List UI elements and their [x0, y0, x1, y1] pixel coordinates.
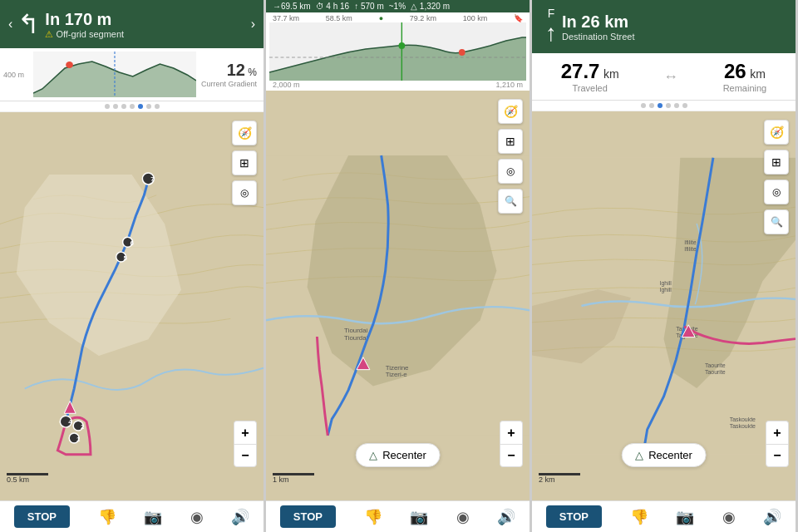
- header-text: In 170 m ⚠ Off-grid segment: [45, 9, 250, 40]
- map-svg-3: Ifilite Ifilite Ighill Ighill Tagenite T…: [532, 111, 796, 500]
- scale-bar-2: 1 km: [273, 473, 314, 484]
- stat-gradient: ~1%: [389, 2, 406, 11]
- chart-y-labels: 2,000 m 1,210 m: [269, 81, 526, 91]
- label-0km: 37.7 km: [273, 14, 299, 22]
- svg-text:6: 6: [131, 239, 135, 247]
- camera-btn-3[interactable]: 📷: [676, 508, 694, 526]
- nav-subtitle: ⚠ Off-grid segment: [45, 29, 250, 40]
- stat-elev-up: ↑ 570 m: [354, 2, 384, 11]
- radar-btn-1[interactable]: ◉: [190, 508, 204, 526]
- hide-btn-1[interactable]: ◎: [232, 180, 257, 205]
- nav-distance: In 170 m: [45, 9, 250, 29]
- dot3-1: [641, 103, 646, 108]
- dot-4: [130, 104, 135, 109]
- radar-btn-2[interactable]: ◉: [456, 508, 470, 526]
- next-arrow[interactable]: ›: [251, 17, 255, 31]
- svg-text:Ighill: Ighill: [660, 280, 672, 287]
- recenter-btn-3[interactable]: △ Recenter: [621, 443, 707, 467]
- stats-header-2: →69.5 km ⏱ 4 h 16 ↑ 570 m ~1% △ 1,320 m: [266, 0, 530, 12]
- thumb-down-btn-2[interactable]: 👎: [364, 508, 382, 526]
- dot-2: [113, 104, 118, 109]
- svg-text:Tiourdai: Tiourdai: [344, 327, 368, 334]
- zoom-in-btn-3[interactable]: +: [766, 421, 789, 444]
- elevation-chart: [33, 52, 196, 97]
- layers-btn-1[interactable]: ⊞: [232, 150, 257, 175]
- distance-panel-3: 27.7 km Traveled ↔ 26 km Remaining: [532, 53, 796, 101]
- page-dots-3: [532, 101, 796, 111]
- stop-button-2[interactable]: STOP: [280, 505, 336, 528]
- search-btn-2[interactable]: 🔍: [498, 189, 523, 214]
- compass-btn-2[interactable]: 🧭: [498, 99, 523, 124]
- hide-btn-3[interactable]: ◎: [764, 180, 789, 204]
- compass-btn-1[interactable]: 🧭: [232, 121, 257, 145]
- map-controls-1: 🧭 ⊞ ◎: [232, 121, 257, 205]
- label-100km: 100 km: [463, 14, 488, 22]
- zoom-in-btn-2[interactable]: +: [500, 421, 523, 444]
- stop-button-1[interactable]: STOP: [14, 505, 70, 528]
- thumb-down-btn-1[interactable]: 👎: [98, 508, 116, 526]
- scale-bar-1: 0.5 km: [7, 473, 48, 484]
- scale-text-2: 1 km: [273, 475, 289, 484]
- gradient-value: 12: [227, 61, 245, 79]
- zoom-out-btn-1[interactable]: −: [234, 444, 257, 467]
- svg-text:Tiourdai: Tiourdai: [344, 334, 368, 342]
- warning-icon: ⚠: [45, 29, 56, 39]
- compass-btn-3[interactable]: 🧭: [764, 120, 789, 145]
- sound-btn-2[interactable]: 🔊: [497, 508, 515, 526]
- layers-btn-3[interactable]: ⊞: [764, 150, 789, 175]
- scale-text-3: 2 km: [539, 475, 555, 484]
- zoom-controls-1: + −: [234, 421, 257, 467]
- thumb-down-btn-3[interactable]: 👎: [630, 508, 648, 526]
- radar-btn-3[interactable]: ◉: [722, 508, 736, 526]
- bottom-bar-1: STOP 👎 📷 ◉ 🔊: [0, 500, 264, 532]
- layers-btn-2[interactable]: ⊞: [498, 129, 523, 154]
- elevation-info: 12 % Current Gradient: [201, 61, 260, 88]
- zoom-controls-2: + −: [500, 421, 523, 467]
- dot3-4: [666, 103, 671, 108]
- stop-button-3[interactable]: STOP: [546, 505, 602, 528]
- map-svg-2: Tiourdai Tiourdai Tizerine Tizeri-e: [266, 91, 530, 500]
- panel-navigation: ‹ ↰ In 170 m ⚠ Off-grid segment › 400 m: [0, 0, 266, 532]
- dot-7: [155, 104, 160, 109]
- prev-arrow[interactable]: ‹: [8, 17, 12, 31]
- hide-btn-2[interactable]: ◎: [498, 159, 523, 184]
- chart-x-labels: 37.7 km 58.5 km ● 79.2 km 100 km 🔖: [269, 14, 526, 22]
- svg-text:7: 7: [150, 175, 155, 183]
- map-svg-1: 4 7 6 5 1 2: [0, 112, 264, 500]
- main-chart-2: [269, 22, 526, 81]
- recenter-icon-2: △: [369, 449, 377, 461]
- scale-bar-3: 2 km: [539, 473, 580, 484]
- straight-icon: F ↑: [545, 7, 557, 47]
- zoom-out-btn-2[interactable]: −: [500, 444, 523, 467]
- recenter-btn-2[interactable]: △ Recenter: [355, 443, 441, 467]
- nav-header: ‹ ↰ In 170 m ⚠ Off-grid segment ›: [0, 0, 264, 48]
- svg-point-18: [459, 49, 466, 56]
- traveled-item: 27.7 km Traveled: [561, 60, 619, 93]
- camera-btn-2[interactable]: 📷: [410, 508, 428, 526]
- search-btn-3[interactable]: 🔍: [764, 209, 789, 234]
- svg-text:Ifilite: Ifilite: [684, 246, 696, 252]
- svg-point-20: [398, 42, 405, 49]
- y-label-bottom: 1,210 m: [495, 81, 523, 89]
- dot-5-active: [138, 104, 143, 109]
- stat-time: ⏱ 4 h 16: [316, 2, 350, 11]
- svg-text:Tizeri-e: Tizeri-e: [386, 371, 408, 378]
- zoom-controls-3: + −: [766, 421, 789, 467]
- zoom-out-btn-3[interactable]: −: [766, 444, 789, 467]
- nav-subtitle-3: Destination Street: [562, 32, 787, 42]
- sound-btn-3[interactable]: 🔊: [763, 508, 781, 526]
- map-area-2: Tiourdai Tiourdai Tizerine Tizeri-e 🧭 ⊞ …: [266, 91, 530, 500]
- traveled-unit: km: [603, 67, 619, 81]
- sound-btn-1[interactable]: 🔊: [231, 508, 249, 526]
- bookmark-icon: 🔖: [514, 14, 523, 22]
- panel-destination: F ↑ In 26 km Destination Street 27.7 km …: [532, 0, 798, 532]
- map-controls-2: 🧭 ⊞ ◎ 🔍: [498, 99, 523, 214]
- dot3-5: [674, 103, 679, 108]
- traveled-label: Traveled: [561, 83, 619, 93]
- remaining-unit: km: [750, 67, 766, 81]
- camera-btn-1[interactable]: 📷: [144, 508, 162, 526]
- nav-header-3: F ↑ In 26 km Destination Street: [532, 0, 796, 53]
- map-controls-3: 🧭 ⊞ ◎ 🔍: [764, 120, 789, 234]
- zoom-in-btn-1[interactable]: +: [234, 421, 257, 444]
- dot-6: [146, 104, 151, 109]
